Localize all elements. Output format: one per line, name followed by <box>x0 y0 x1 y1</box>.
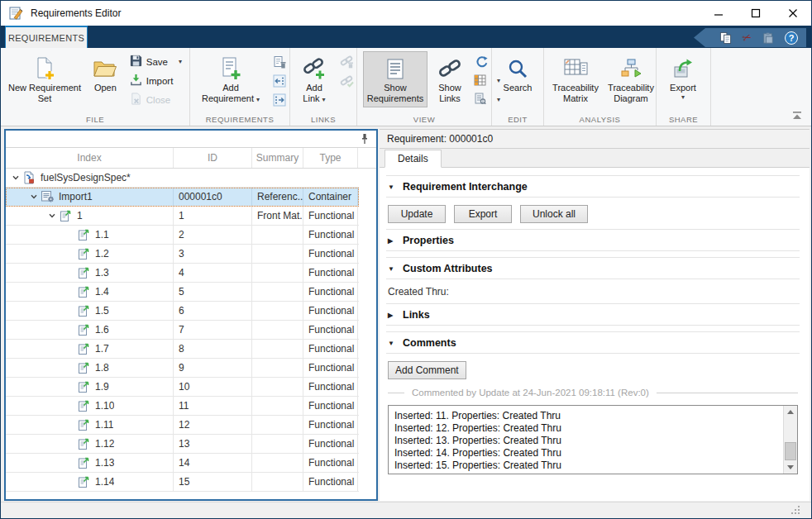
unlock-all-button[interactable]: Unlock all <box>520 205 588 223</box>
column-header-index[interactable]: Index <box>6 148 174 168</box>
column-header-id[interactable]: ID <box>174 148 252 168</box>
cell-index: 1.13 <box>6 454 174 472</box>
export-button[interactable]: Export ▾ <box>662 51 704 104</box>
section-links[interactable]: ▶ Links <box>386 303 800 326</box>
cell-summary <box>252 435 303 453</box>
open-button[interactable]: Open <box>87 51 124 97</box>
tree-row[interactable]: 1.23Functional <box>6 245 359 264</box>
expander-icon[interactable] <box>27 193 41 201</box>
comment-line: Inserted: 12. Properties: Created Thru <box>394 422 777 435</box>
close-button[interactable] <box>774 1 811 26</box>
expander-icon[interactable] <box>45 212 59 220</box>
section-custom-attributes[interactable]: ▼ Custom Attributes <box>386 257 800 279</box>
tree-row[interactable]: 1.1112Functional <box>6 416 359 435</box>
requirement-icon <box>77 361 92 374</box>
button-label: Show Links <box>432 83 467 104</box>
show-links-button[interactable]: Show Links <box>432 51 468 107</box>
tree-row[interactable]: 1.1011Functional <box>6 397 359 416</box>
requirement-icon <box>77 285 92 298</box>
section-properties[interactable]: ▶ Properties <box>386 229 800 251</box>
tree-row[interactable]: 1.78Functional <box>6 340 359 359</box>
cell-summary <box>252 321 303 339</box>
export-req-button[interactable]: Export <box>454 205 512 223</box>
copy-icon[interactable] <box>719 31 732 45</box>
search-icon <box>507 55 528 83</box>
tree-row[interactable]: fuelSysDesignSpec* <box>6 169 359 188</box>
search-button[interactable]: Search <box>498 51 537 97</box>
add-comment-button[interactable]: Add Comment <box>388 361 466 379</box>
import-button[interactable]: Import <box>128 72 184 89</box>
tree-row[interactable]: 1.67Functional <box>6 321 359 340</box>
save-button[interactable]: Save ▾ <box>128 53 184 70</box>
ribbon-tab-strip: REQUIREMENTS ✂ ? <box>1 26 811 48</box>
comment-scrollbar[interactable] <box>783 406 797 474</box>
new-requirement-set-icon <box>33 55 56 83</box>
comment-meta-text: Commented by Update at 24-Jun-2021 09:18… <box>412 388 649 398</box>
delete-link-button <box>337 53 356 70</box>
tree-row[interactable]: 1.56Functional <box>6 302 359 321</box>
button-label: Add Link <box>303 83 322 103</box>
scroll-up-icon[interactable] <box>784 406 798 418</box>
minimize-button[interactable] <box>700 1 737 26</box>
new-requirement-set-button[interactable]: New Requirement Set <box>7 51 83 107</box>
tree-row-label: fuelSysDesignSpec* <box>41 172 131 183</box>
toolstrip-filler <box>711 48 811 126</box>
requirement-set-icon <box>22 171 37 184</box>
help-icon[interactable]: ? <box>785 31 798 45</box>
requirements-editor-logo-icon <box>9 7 24 20</box>
collapse-triangle-icon: ▼ <box>388 340 396 347</box>
traceability-diagram-button[interactable]: Traceability Diagram <box>605 51 657 107</box>
tree-row[interactable]: 1.1213Functional <box>6 435 359 454</box>
tree-row[interactable]: 1.89Functional <box>6 359 359 378</box>
tree-panel-header <box>6 131 376 148</box>
maximize-button[interactable] <box>737 1 774 26</box>
resize-grip[interactable] <box>798 506 800 507</box>
delete-link-icon <box>340 55 354 69</box>
traceability-matrix-button[interactable]: Traceability Matrix <box>550 51 601 107</box>
demote-requirement-button[interactable] <box>270 91 289 108</box>
details-panel: Requirement: 000001c0 Details ▼ Requirem… <box>380 129 810 501</box>
tree-row[interactable]: 1.12Functional <box>6 226 359 245</box>
cell-type: Functional <box>303 340 358 358</box>
expander-icon[interactable] <box>9 174 22 182</box>
collapse-toolstrip-icon[interactable] <box>791 111 803 122</box>
tab-details[interactable]: Details <box>385 150 442 168</box>
requirement-header: Requirement: 000001c0 <box>380 129 810 149</box>
open-folder-icon <box>93 55 117 83</box>
show-requirements-button[interactable]: Show Requirements <box>363 51 427 107</box>
cut-icon[interactable]: ✂ <box>741 31 753 45</box>
cell-id: 9 <box>174 359 252 377</box>
cell-summary <box>252 454 303 472</box>
update-button[interactable]: Update <box>388 205 446 223</box>
pin-icon[interactable] <box>361 133 369 147</box>
tree-row[interactable]: 11Front Mat...Functional <box>6 207 359 226</box>
promote-requirement-icon <box>273 74 286 88</box>
refresh-button[interactable] <box>472 53 492 70</box>
section-comments[interactable]: ▼ Comments <box>386 331 800 354</box>
tree-row[interactable]: 1.1314Functional <box>6 454 359 473</box>
scroll-thumb[interactable] <box>785 442 796 460</box>
tab-requirements[interactable]: REQUIREMENTS <box>5 26 88 48</box>
add-link-button[interactable]: Add Link ▾ <box>296 51 332 108</box>
delete-requirement-button[interactable] <box>270 53 289 70</box>
tree-row[interactable]: 1.45Functional <box>6 283 359 302</box>
tree-row[interactable]: 1.910Functional <box>6 378 359 397</box>
cell-index: 1 <box>6 207 174 225</box>
section-title: Links <box>403 309 430 321</box>
add-requirement-button[interactable]: Add Requirement ▾ <box>196 51 265 108</box>
tree-rows: fuelSysDesignSpec*Import1000001c0Referen… <box>6 169 376 492</box>
column-header-type[interactable]: Type <box>303 148 358 168</box>
scroll-down-icon[interactable] <box>784 461 798 474</box>
tree-row[interactable]: Import1000001c0Referenc...Container <box>6 188 359 207</box>
tree-row[interactable]: 1.1415Functional <box>6 473 359 492</box>
promote-requirement-button[interactable] <box>270 72 289 89</box>
cell-id: 7 <box>174 321 252 339</box>
tree-row-label: 1.6 <box>95 324 109 336</box>
section-requirement-interchange[interactable]: ▼ Requirement Interchange <box>386 175 800 198</box>
column-header-summary[interactable]: Summary <box>252 148 303 168</box>
requirement-icon <box>77 342 92 355</box>
group-label: ANALYSIS <box>544 115 656 124</box>
tree-row[interactable]: 1.34Functional <box>6 264 359 283</box>
section-title: Custom Attributes <box>403 263 493 274</box>
comment-box[interactable]: Inserted: 11. Properties: Created ThruIn… <box>388 405 798 474</box>
